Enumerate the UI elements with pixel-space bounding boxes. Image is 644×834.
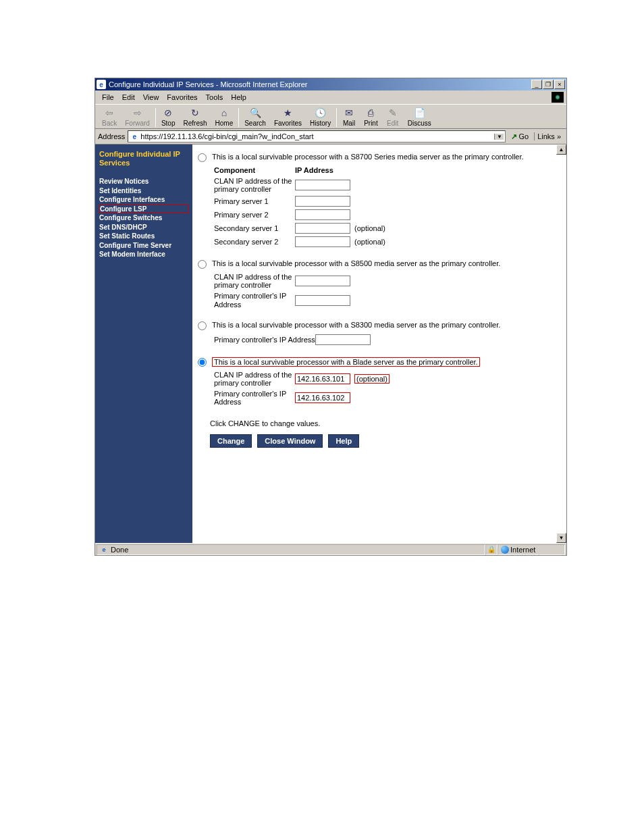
minimize-button[interactable]: _ xyxy=(531,80,542,89)
s8300-fields: Primary controller's IP Address xyxy=(214,334,561,345)
status-text: Done xyxy=(111,546,128,554)
menu-file[interactable]: File xyxy=(98,92,118,103)
label-s8500-clan: CLAN IP address of the primary controlle… xyxy=(214,273,295,289)
input-s8500-pcip[interactable] xyxy=(295,295,350,306)
option-s8700: This is a local survivable processor wit… xyxy=(198,153,561,162)
close-window-button[interactable]: Close Window xyxy=(257,434,323,448)
menu-help[interactable]: Help xyxy=(227,92,250,103)
ie-window: e Configure Individual IP Services - Mic… xyxy=(95,78,567,556)
address-input-wrap[interactable]: e https://192.11.13.6/cgi-bin/cgi_main?w… xyxy=(128,130,506,142)
option-s8500-label: This is a local survivable processor wit… xyxy=(212,259,500,267)
stop-button[interactable]: ⊘Stop xyxy=(157,106,180,127)
status-left: e Done xyxy=(97,544,485,555)
edit-button[interactable]: ✎Edit xyxy=(382,106,404,127)
sidebar-item-set-dns-dhcp[interactable]: Set DNS/DHCP xyxy=(99,223,188,232)
status-zone: Internet xyxy=(498,544,565,555)
input-s8700-ps1[interactable] xyxy=(295,196,350,207)
sidebar-item-configure-interfaces[interactable]: Configure Interfaces xyxy=(99,195,188,205)
edit-icon: ✎ xyxy=(386,106,400,120)
blade-fields: CLAN IP address of the primary controlle… xyxy=(214,371,561,406)
s8500-fields: CLAN IP address of the primary controlle… xyxy=(214,273,561,308)
forward-arrow-icon: ⇨ xyxy=(131,106,144,120)
globe-icon xyxy=(501,546,509,554)
sidebar-item-configure-lsp[interactable]: Configure LSP xyxy=(99,205,188,214)
label-s8500-pcip: Primary controller's IP Address xyxy=(214,292,295,308)
toolbar: ⇦Back ⇨Forward ⊘Stop ↻Refresh ⌂Home 🔍Sea… xyxy=(95,104,566,129)
input-s8300-pcip[interactable] xyxy=(315,334,371,345)
option-s8500: This is a local survivable processor wit… xyxy=(198,259,561,269)
menu-favorites[interactable]: Favorites xyxy=(163,92,201,103)
address-bar: Address e https://192.11.13.6/cgi-bin/cg… xyxy=(95,129,566,145)
input-blade-clan[interactable] xyxy=(295,373,350,384)
scroll-down-button[interactable]: ▼ xyxy=(556,533,566,543)
option-s8300: This is a local survivable processor wit… xyxy=(198,321,561,330)
menu-edit[interactable]: Edit xyxy=(118,92,139,103)
back-arrow-icon: ⇦ xyxy=(103,106,116,120)
refresh-button[interactable]: ↻Refresh xyxy=(180,106,211,127)
mail-icon: ✉ xyxy=(342,106,356,120)
label-ss1-optional: (optional) xyxy=(354,224,385,232)
sidebar-item-set-modem-interface[interactable]: Set Modem Interface xyxy=(99,250,188,259)
discuss-button[interactable]: 📄Discuss xyxy=(404,106,435,127)
help-button[interactable]: Help xyxy=(328,434,359,448)
option-s8700-label: This is a local survivable processor wit… xyxy=(212,153,524,161)
home-button[interactable]: ⌂Home xyxy=(211,106,238,127)
label-ss2: Secondary server 2 xyxy=(214,238,295,246)
print-icon: ⎙ xyxy=(364,106,377,120)
scroll-up-button[interactable]: ▲ xyxy=(556,145,566,155)
option-blade-label: This is a local survivable processor wit… xyxy=(212,357,480,367)
forward-button[interactable]: ⇨Forward xyxy=(121,106,154,127)
window-controls: _ ❐ × xyxy=(531,80,565,89)
history-icon: 🕓 xyxy=(314,106,327,120)
ie-app-icon: e xyxy=(97,80,106,89)
close-button[interactable]: × xyxy=(554,80,565,89)
discuss-icon: 📄 xyxy=(412,106,426,120)
toolbar-separator xyxy=(336,108,337,127)
label-ps1: Primary server 1 xyxy=(214,197,295,205)
maximize-button[interactable]: ❐ xyxy=(543,80,554,89)
change-button[interactable]: Change xyxy=(210,434,252,448)
label-ps2: Primary server 2 xyxy=(214,211,295,219)
lock-icon: 🔒 xyxy=(485,544,498,555)
sidebar-item-set-static-routes[interactable]: Set Static Routes xyxy=(99,232,188,241)
radio-blade[interactable] xyxy=(198,358,207,367)
input-s8700-ss1[interactable] xyxy=(295,223,350,234)
input-s8700-clan[interactable] xyxy=(295,180,350,190)
option-s8300-label: This is a local survivable processor wit… xyxy=(212,321,500,329)
input-s8700-ps2[interactable] xyxy=(295,209,350,220)
titlebar: e Configure Individual IP Services - Mic… xyxy=(95,78,566,90)
radio-s8700[interactable] xyxy=(198,153,207,162)
instruction-text: Click CHANGE to change values. xyxy=(210,419,561,427)
sidebar: Configure Individual IP Services Review … xyxy=(95,145,192,543)
sidebar-item-set-identities[interactable]: Set Identities xyxy=(99,186,188,196)
menu-view[interactable]: View xyxy=(139,92,163,103)
mail-button[interactable]: ✉Mail xyxy=(338,106,360,127)
favorites-icon: ★ xyxy=(281,106,294,120)
back-button[interactable]: ⇦Back xyxy=(98,106,121,127)
address-dropdown-icon[interactable]: ▼ xyxy=(494,134,504,140)
input-s8700-ss2[interactable] xyxy=(295,236,350,247)
content-area: Configure Individual IP Services Review … xyxy=(95,145,566,543)
label-ss1: Secondary server 1 xyxy=(214,224,295,232)
menu-tools[interactable]: Tools xyxy=(202,92,227,103)
sidebar-item-review-notices[interactable]: Review Notices xyxy=(99,177,188,186)
search-button[interactable]: 🔍Search xyxy=(240,106,270,127)
go-button[interactable]: Go xyxy=(508,132,531,141)
header-component: Component xyxy=(214,166,295,174)
radio-s8500[interactable] xyxy=(198,260,207,269)
sidebar-item-configure-time-server[interactable]: Configure Time Server xyxy=(99,241,188,251)
links-button[interactable]: Links » xyxy=(534,132,564,140)
label-blade-optional: (optional) xyxy=(354,374,390,384)
input-s8500-clan[interactable] xyxy=(295,276,350,286)
sidebar-item-configure-switches[interactable]: Configure Switches xyxy=(99,213,188,223)
address-label: Address xyxy=(98,132,125,140)
input-blade-pcip[interactable] xyxy=(295,392,350,403)
favorites-button[interactable]: ★Favorites xyxy=(270,106,306,127)
button-row: Change Close Window Help xyxy=(210,434,561,448)
s8700-fields: Component IP Address CLAN IP address of … xyxy=(214,166,561,247)
zone-text: Internet xyxy=(510,546,535,554)
radio-s8300[interactable] xyxy=(198,321,207,330)
history-button[interactable]: 🕓History xyxy=(306,106,335,127)
print-button[interactable]: ⎙Print xyxy=(360,106,382,127)
address-input[interactable]: https://192.11.13.6/cgi-bin/cgi_main?w_i… xyxy=(140,132,494,140)
